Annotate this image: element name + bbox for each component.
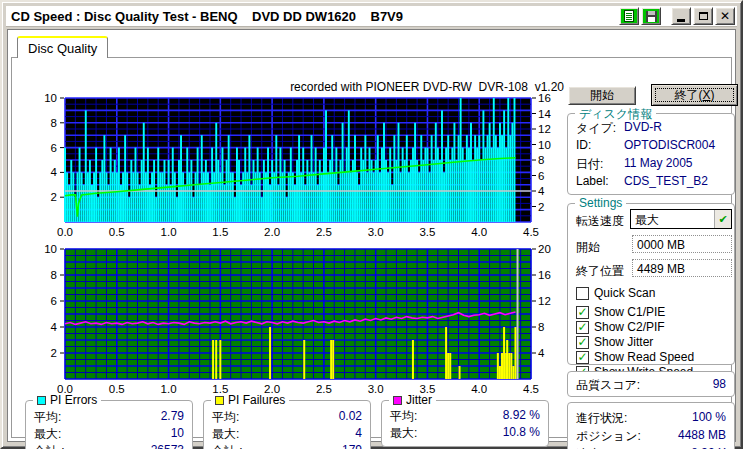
svg-text:16: 16 (538, 269, 551, 281)
svg-text:1.0: 1.0 (161, 383, 177, 395)
svg-text:12: 12 (538, 295, 551, 307)
svg-text:4.0: 4.0 (471, 226, 487, 238)
svg-text:6: 6 (538, 170, 544, 182)
svg-text:1.5: 1.5 (212, 226, 228, 238)
minimize-button[interactable] (671, 7, 691, 25)
pi-errors-avg: 2.79 (161, 409, 184, 423)
pi-errors-swatch (37, 396, 46, 405)
svg-text:12: 12 (538, 123, 551, 135)
quality-score-group: 品質スコア:98 (567, 371, 735, 397)
checkbox-icon[interactable]: ✓ (576, 336, 589, 349)
settings-group: Settings 転送速度 最大 ✔ 開始 0000 MB 終了位置 4489 … (567, 203, 735, 365)
start-button[interactable]: 開始 (568, 86, 636, 105)
checkbox-show-jitter[interactable]: ✓ Show Jitter (576, 335, 653, 349)
svg-text:4: 4 (538, 185, 545, 197)
focus-rect (655, 88, 734, 102)
jitter-swatch (393, 396, 402, 405)
pi-failures-total: 179 (342, 443, 362, 449)
svg-text:3.0: 3.0 (368, 383, 384, 395)
disc-info-group: ディスク情報 タイプ:DVD-R ID:OPTODISCR004 日付:11 M… (567, 113, 735, 195)
svg-text:4: 4 (538, 347, 545, 359)
checkbox-quick-scan[interactable]: Quick Scan (576, 286, 655, 300)
svg-text:3.0: 3.0 (368, 226, 384, 238)
pi-errors-total: 26573 (151, 443, 184, 449)
minimize-icon (677, 19, 685, 22)
disc-date: 11 May 2005 (624, 156, 693, 170)
svg-text:2: 2 (51, 347, 57, 359)
pi-failures-jitter-chart: 246810481216200.00.51.01.52.02.53.03.54.… (21, 244, 565, 396)
svg-text:10: 10 (44, 244, 57, 255)
document-icon (624, 10, 634, 22)
progress-percent: 100 % (692, 410, 726, 424)
checkbox-show-c1-pie[interactable]: ✓ Show C1/PIE (576, 305, 665, 319)
pi-errors-legend-title: PI Errors (33, 393, 101, 407)
end-pos-field[interactable]: 4489 MB (632, 259, 732, 277)
settings-title: Settings (575, 196, 626, 210)
app-window: CD Speed : Disc Quality Test - BENQ DVD … (0, 0, 743, 449)
close-button[interactable]: ✕ (715, 7, 735, 25)
svg-text:2: 2 (51, 191, 57, 203)
pi-errors-chart: 2468102468101214160.00.51.01.52.02.53.03… (21, 91, 565, 241)
svg-text:0.5: 0.5 (109, 383, 125, 395)
jitter-max: 10.8 % (503, 425, 540, 439)
svg-text:8: 8 (538, 154, 544, 166)
svg-text:16: 16 (538, 92, 551, 104)
checkbox-icon[interactable]: ✓ (576, 321, 589, 334)
checkbox-icon[interactable]: ✓ (576, 306, 589, 319)
svg-text:2.5: 2.5 (316, 226, 332, 238)
disc-type: DVD-R (624, 120, 662, 134)
speed-value: 最大 (631, 210, 714, 228)
pi-errors-group: PI Errors 平均:2.79 最大:10 合計 :26573 (25, 400, 193, 449)
client-area: Disc Quality recorded with PIONEER DVD-R… (7, 29, 736, 442)
position-value: 4488 MB (678, 428, 726, 442)
checkbox-icon[interactable] (576, 287, 589, 300)
tab-disc-quality[interactable]: Disc Quality (17, 36, 108, 58)
svg-text:14: 14 (538, 108, 551, 120)
jitter-avg: 8.92 % (503, 408, 540, 422)
save-icon[interactable] (641, 7, 661, 25)
window-title: CD Speed : Disc Quality Test - BENQ DVD … (6, 9, 403, 24)
copy-icon[interactable] (619, 7, 639, 25)
checkbox-icon[interactable]: ✓ (576, 351, 589, 364)
pi-failures-avg: 0.02 (339, 409, 362, 423)
start-pos-field[interactable]: 0000 MB (632, 235, 732, 253)
svg-text:10: 10 (538, 139, 551, 151)
svg-text:4: 4 (51, 321, 58, 333)
chevron-down-icon[interactable]: ✔ (714, 210, 731, 228)
maximize-icon (699, 12, 708, 20)
svg-text:6: 6 (51, 142, 57, 154)
floppy-icon (646, 11, 657, 22)
checkbox-show-c2-pif[interactable]: ✓ Show C2/PIF (576, 320, 665, 334)
disc-label: CDS_TEST_B2 (624, 174, 708, 188)
exit-button[interactable]: 終了(X) (651, 84, 738, 106)
svg-text:4.5: 4.5 (523, 383, 539, 395)
title-bar: CD Speed : Disc Quality Test - BENQ DVD … (6, 6, 737, 27)
jitter-legend-title: Jitter (389, 393, 436, 407)
progress-group: 進行状況:100 % ポジション:4488 MB 速度:8.32 X (567, 402, 735, 449)
svg-text:8: 8 (51, 117, 57, 129)
speed-label: 転送速度 (576, 213, 624, 230)
close-icon: ✕ (720, 10, 730, 22)
svg-text:2.0: 2.0 (264, 226, 280, 238)
start-pos-label: 開始 (576, 239, 600, 256)
checkbox-show-read-speed[interactable]: ✓ Show Read Speed (576, 350, 694, 364)
tab-page: recorded with PIONEER DVD-RW DVR-108 v1.… (11, 57, 732, 438)
pi-errors-max: 10 (171, 426, 184, 440)
svg-text:2.5: 2.5 (316, 383, 332, 395)
jitter-group: Jitter 平均:8.92 % 最大:10.8 % (381, 400, 549, 447)
disc-id: OPTODISCR004 (624, 138, 715, 152)
svg-text:20: 20 (538, 244, 551, 255)
speed-combobox[interactable]: 最大 ✔ (630, 209, 732, 229)
end-pos-label: 終了位置 (576, 263, 624, 280)
tab-label: Disc Quality (28, 41, 97, 56)
pi-failures-legend-title: PI Failures (211, 393, 289, 407)
svg-text:4.5: 4.5 (523, 226, 539, 238)
svg-text:10: 10 (44, 92, 57, 104)
pi-failures-swatch (215, 396, 224, 405)
pi-failures-max: 4 (355, 426, 362, 440)
maximize-button[interactable] (693, 7, 713, 25)
svg-text:6: 6 (51, 295, 57, 307)
svg-text:0.5: 0.5 (109, 226, 125, 238)
svg-text:3.5: 3.5 (419, 226, 435, 238)
svg-text:0.0: 0.0 (57, 226, 73, 238)
